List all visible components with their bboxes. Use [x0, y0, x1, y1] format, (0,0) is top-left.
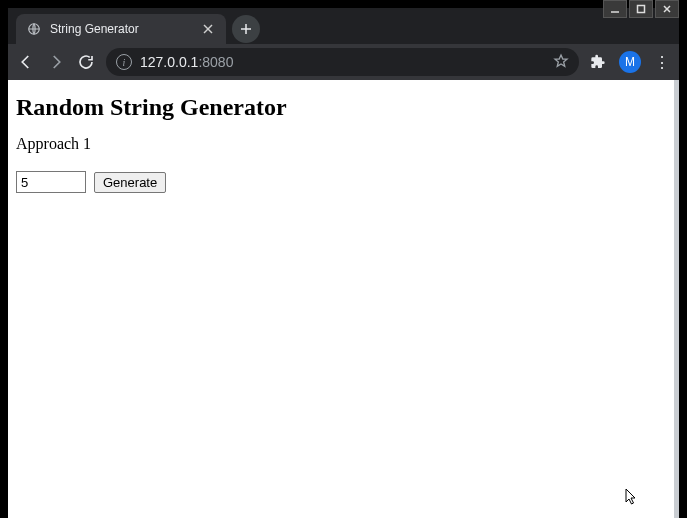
url-port: :8080: [198, 54, 233, 70]
window-controls: [603, 0, 679, 18]
new-tab-button[interactable]: [232, 15, 260, 43]
forward-button[interactable]: [46, 52, 66, 72]
browser-window: String Generator i 127.0.0.1:8080: [8, 8, 679, 518]
kebab-menu-icon[interactable]: ⋮: [653, 53, 671, 71]
page-subheading: Approach 1: [16, 135, 671, 153]
back-button[interactable]: [16, 52, 36, 72]
cursor-icon: [625, 488, 639, 510]
page-heading: Random String Generator: [16, 94, 671, 121]
svg-rect-1: [638, 6, 645, 13]
reload-button[interactable]: [76, 52, 96, 72]
address-bar[interactable]: i 127.0.0.1:8080: [106, 48, 579, 76]
tab-strip: String Generator: [8, 8, 679, 44]
globe-icon: [26, 21, 42, 37]
bookmark-star-icon[interactable]: [553, 53, 569, 72]
toolbar-right: M ⋮: [589, 51, 671, 73]
browser-tab[interactable]: String Generator: [16, 14, 226, 44]
window-minimize-button[interactable]: [603, 0, 627, 18]
url-host: 127.0.0.1: [140, 54, 198, 70]
generate-button[interactable]: Generate: [94, 172, 166, 193]
vertical-scrollbar[interactable]: [674, 80, 679, 518]
page-viewport: Random String Generator Approach 1 Gener…: [8, 80, 679, 518]
close-icon[interactable]: [200, 21, 216, 37]
toolbar: i 127.0.0.1:8080 M ⋮: [8, 44, 679, 80]
window-close-button[interactable]: [655, 0, 679, 18]
extensions-icon[interactable]: [589, 53, 607, 71]
url-text: 127.0.0.1:8080: [140, 54, 545, 70]
length-input[interactable]: [16, 171, 86, 193]
svg-marker-9: [555, 55, 567, 66]
profile-avatar[interactable]: M: [619, 51, 641, 73]
site-info-icon[interactable]: i: [116, 54, 132, 70]
tab-title: String Generator: [50, 22, 192, 36]
window-maximize-button[interactable]: [629, 0, 653, 18]
form-row: Generate: [16, 171, 671, 193]
